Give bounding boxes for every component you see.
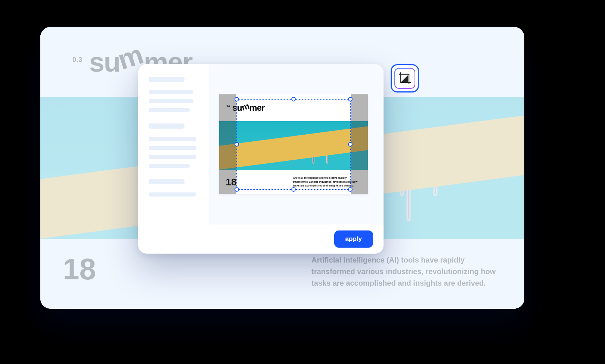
- modal-sidebar: [138, 64, 209, 225]
- sidebar-line-placeholder: [149, 137, 196, 141]
- modal-footer: apply: [138, 225, 384, 254]
- crop-handle-bottom-left[interactable]: [235, 187, 239, 192]
- crop-mask-right: [351, 94, 368, 194]
- sidebar-line-placeholder: [149, 164, 190, 168]
- crop-handle-middle-right[interactable]: [348, 142, 353, 147]
- sidebar-line-placeholder: [149, 146, 196, 150]
- sidebar-heading-placeholder: [149, 179, 184, 184]
- sidebar-line-placeholder: [149, 192, 196, 197]
- apply-button[interactable]: apply: [334, 230, 373, 248]
- crop-handle-bottom-right[interactable]: [348, 187, 353, 192]
- crop-handle-middle-left[interactable]: [235, 142, 239, 147]
- crop-tool-button[interactable]: [391, 64, 419, 92]
- crop-modal: 0.3 summer: [138, 64, 384, 254]
- crop-canvas[interactable]: 0.3 summer: [219, 94, 368, 194]
- crop-mask-left: [219, 94, 236, 194]
- sidebar-heading-placeholder: [149, 77, 184, 82]
- crop-handle-top-right[interactable]: [348, 97, 353, 101]
- sidebar-line-placeholder: [149, 155, 196, 159]
- crop-selection[interactable]: [236, 99, 351, 190]
- crop-handle-bottom-middle[interactable]: [291, 187, 296, 192]
- sidebar-line-placeholder: [149, 90, 193, 94]
- crop-icon: [398, 72, 411, 85]
- modal-body: 0.3 summer: [138, 64, 384, 225]
- sidebar-line-placeholder: [149, 99, 193, 103]
- crop-handle-top-middle[interactable]: [291, 97, 296, 101]
- crop-handle-top-left[interactable]: [235, 97, 239, 101]
- crop-preview-pane: 0.3 summer: [209, 64, 384, 225]
- sidebar-line-placeholder: [149, 108, 190, 112]
- sidebar-heading-placeholder: [149, 123, 184, 129]
